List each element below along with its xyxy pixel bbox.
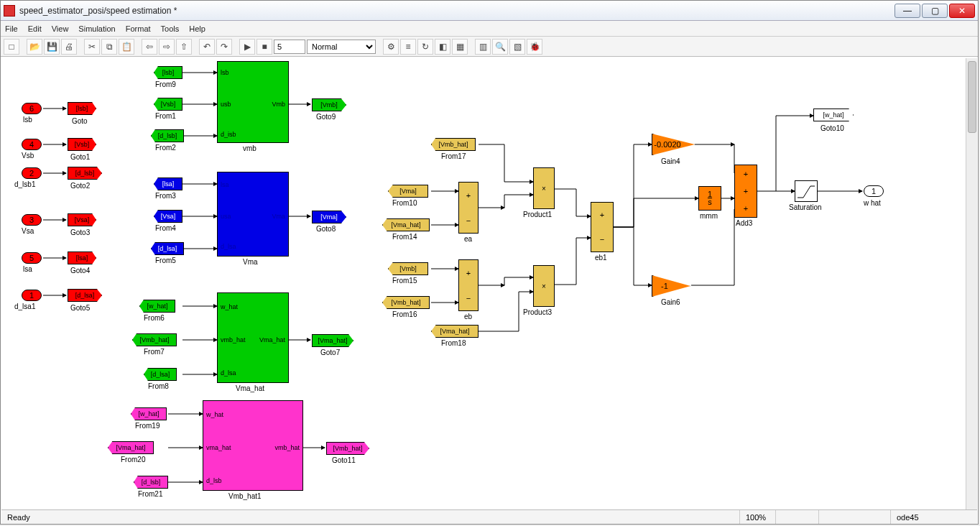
paste-button[interactable]: 📋 [119,39,134,55]
status-bar: Ready 100% ode45 [1,509,977,524]
menu-file[interactable]: File [5,24,18,33]
from16-block[interactable]: [Vmb_hat] [382,296,430,309]
goto10-block[interactable]: [w_hat] [813,109,854,121]
stop-button[interactable]: ■ [256,39,272,55]
run-button[interactable]: ▶ [239,39,255,55]
debug-button[interactable]: 🐞 [527,39,542,55]
goto1-block[interactable]: [Vsb] [68,138,96,151]
goto3-block[interactable]: [Vsa] [68,213,96,226]
product3-block[interactable]: × [533,265,555,307]
from6-label: From6 [144,314,165,322]
vertical-scrollbar[interactable] [966,58,977,509]
print-button[interactable]: 🖨 [61,39,77,55]
forward-button[interactable]: ⇨ [159,39,175,55]
from7-block[interactable]: [Vmb_hat] [132,333,177,346]
from5-block[interactable]: [d_lsa] [151,242,184,255]
signal-dims-button[interactable]: ▧ [509,39,525,55]
goto8-block[interactable]: [Vma] [312,211,346,223]
from1-block[interactable]: [Vsb] [154,98,182,111]
minimize-button[interactable]: — [895,4,920,18]
from3-block[interactable]: [lsa] [154,177,182,190]
new-model-button[interactable]: □ [4,39,19,55]
from7-label: From7 [144,348,165,356]
subsys-vmb-hat1[interactable]: w_hat vma_hat d_lsb vmb_hat [203,400,303,491]
outport-what[interactable]: 1 [864,185,884,197]
subsys-vmb[interactable]: lsb usb d_isb Vmb [217,61,289,143]
stop-time-input[interactable] [274,40,305,54]
refresh-button[interactable]: ↻ [417,39,433,55]
close-button[interactable]: ✕ [949,4,975,18]
menu-format[interactable]: Format [126,24,151,33]
menu-help[interactable]: Help [189,24,205,33]
titlebar[interactable]: speed_estimator_posi/speed estimation * … [1,1,978,21]
back-button[interactable]: ⇦ [142,39,157,55]
from9-block[interactable]: [lsb] [154,66,182,79]
from5-label: From5 [155,257,176,264]
redo-button[interactable]: ↷ [216,39,232,55]
product1-block[interactable]: × [533,167,555,209]
from8-label: From8 [148,382,169,390]
from10-label: From10 [392,199,417,207]
sum-ea[interactable]: +− [458,182,479,234]
from10-block[interactable]: [Vma] [388,185,428,198]
add3-block[interactable]: +++ [734,165,757,218]
menu-tools[interactable]: Tools [161,24,180,33]
model-canvas[interactable]: 6 lsb [lsb] Goto 4 Vsb [Vsb] Goto1 2 d_l… [1,58,966,509]
from14-block[interactable]: [Vma_hat] [382,218,430,231]
library-browser-button[interactable]: ▦ [452,39,468,55]
integrator-block[interactable]: 1s [698,186,721,211]
maximize-button[interactable]: ▢ [922,4,948,18]
inport-dlsa1[interactable]: 1 [22,290,42,301]
from19-block[interactable]: [w_hat] [131,407,167,420]
inport-vsb[interactable]: 4 [22,139,42,150]
port-data-types-button[interactable]: 🔍 [492,39,508,55]
from17-block[interactable]: [Vmb_hat] [431,138,476,151]
from8-block[interactable]: [d_lsa] [144,368,177,381]
inport-vsb-label: Vsb [22,152,34,160]
scrollbar-thumb[interactable] [968,61,976,133]
inport-vsa[interactable]: 3 [22,214,42,226]
sum-eb1[interactable]: +− [591,202,614,252]
up-button[interactable]: ⇧ [176,39,192,55]
copy-button[interactable]: ⧉ [101,39,117,55]
sum-eb[interactable]: +− [458,259,479,311]
toggle-display-button[interactable]: ▥ [475,39,491,55]
from2-block[interactable]: [d_lsb] [151,129,184,142]
from21-block[interactable]: [d_lsb] [134,476,168,489]
goto5-block[interactable]: [d_lsa] [68,289,102,302]
inport-lsa[interactable]: 5 [22,252,42,264]
menu-simulation[interactable]: Simulation [78,24,115,33]
goto7-label: Goto7 [320,349,340,356]
model-explorer-button[interactable]: ◧ [435,39,450,55]
menu-view[interactable]: View [52,24,69,33]
inport-lsb[interactable]: 6 [22,103,42,114]
subsys-vma[interactable]: lsa usa d_lsa Vma [217,172,289,257]
model-config-button[interactable]: ≡ [400,39,416,55]
goto2-block[interactable]: [d_lsb] [68,167,102,180]
goto4-block[interactable]: [lsa] [68,252,96,264]
menu-edit[interactable]: Edit [28,24,42,33]
subsys-vma-hat[interactable]: w_hat vmb_hat d_lsa Vma_hat [217,292,289,383]
gain6-block[interactable]: -1 [652,275,690,297]
goto11-block[interactable]: [Vmb_hat] [326,442,369,455]
gain4-block[interactable]: -0.0020 [652,134,695,155]
saturation-block[interactable] [795,180,818,202]
from6-block[interactable]: [w_hat] [139,300,175,313]
undo-button[interactable]: ↶ [199,39,215,55]
from4-block[interactable]: [Vsa] [154,210,182,223]
from20-block[interactable]: [Vma_hat] [108,441,154,454]
build-button[interactable]: ⚙ [383,39,399,55]
product1-label: Product1 [523,211,552,218]
goto7-block[interactable]: [Vma_hat] [312,334,353,347]
inport-dlsb1[interactable]: 2 [22,167,42,179]
subsys-vmbhat1-label: Vmb_hat1 [228,492,262,500]
goto9-block[interactable]: [Vmb] [312,98,346,111]
goto-block[interactable]: [lsb] [68,102,96,115]
open-button[interactable]: 📂 [27,39,42,55]
cut-button[interactable]: ✂ [84,39,100,55]
from18-block[interactable]: [Vma_hat] [431,325,479,338]
from15-block[interactable]: [Vmb] [388,262,428,275]
sim-mode-select[interactable]: Normal [307,40,376,54]
canvas-wrapper: 6 lsb [lsb] Goto 4 Vsb [Vsb] Goto1 2 d_l… [1,58,977,509]
save-button[interactable]: 💾 [44,39,60,55]
